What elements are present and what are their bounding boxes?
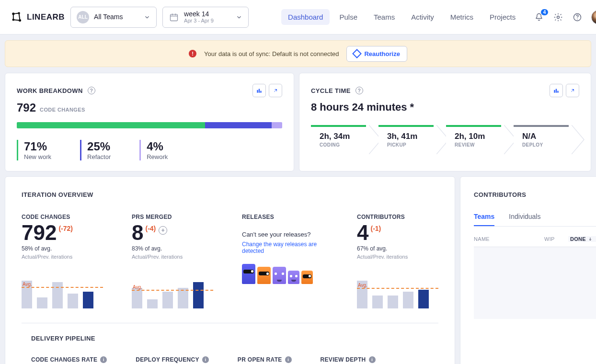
refactor-label: Refactor [87, 153, 111, 160]
gear-icon [553, 12, 563, 22]
nav-activity[interactable]: Activity [404, 9, 441, 25]
col-done[interactable]: DONE [568, 236, 596, 242]
svg-point-12 [557, 16, 560, 18]
nav-projects[interactable]: Projects [483, 9, 522, 25]
chart-icon-button[interactable] [252, 84, 266, 97]
refactor-pct: 25% [87, 140, 111, 153]
svg-line-7 [19, 13, 20, 20]
spark-code-changes: Avg. [22, 271, 103, 308]
svg-line-6 [13, 20, 20, 20]
spark-prs-merged: Avg. [132, 271, 213, 308]
team-filter[interactable]: ALL All Teams [70, 7, 157, 28]
stage-deploy: N/A DEPLOY [514, 125, 579, 154]
contributors-title: CONTRIBUTORS [474, 191, 596, 198]
sync-banner: ! Your data is out of sync: Default is n… [5, 40, 591, 67]
contributors-table: NAME WIP DONE REVIEWS TT test team 0 0 0 [474, 231, 596, 364]
delivery-title: DELIVERY PIPELINE [31, 335, 438, 342]
releases-illustration [242, 264, 328, 284]
period-range: Apr 3 - Apr 9 [184, 18, 214, 24]
bar-newwork [17, 122, 205, 128]
info-icon[interactable]: i [100, 356, 107, 363]
period-filter[interactable]: week 14 Apr 3 - Apr 9 [162, 7, 249, 28]
chevron-down-icon [236, 14, 242, 21]
period-label: week 14 [184, 10, 214, 18]
warning-icon: ! [189, 50, 196, 57]
rework-pct: 4% [147, 140, 168, 153]
releases-link[interactable]: Change the way releases are detected [242, 241, 328, 254]
col-wip: WIP [544, 236, 568, 242]
stage-coding: 2h, 34m CODING [311, 125, 377, 154]
help-icon [573, 12, 582, 22]
metric-releases: RELEASES Can't see your releases? Change… [242, 214, 328, 308]
sort-arrow-icon [588, 237, 593, 241]
chart-icon-button[interactable] [550, 84, 563, 97]
team-chip: ALL [77, 11, 89, 23]
expand-icon-button[interactable] [269, 84, 282, 97]
nav-pulse[interactable]: Pulse [332, 9, 364, 25]
reauthorize-button[interactable]: Reauthorize [346, 46, 407, 62]
settings-button[interactable] [553, 12, 563, 23]
metric-contributors: CONTRIBUTORS 4 (-1) 67% of avg. Actual/P… [357, 214, 438, 308]
svg-rect-16 [259, 89, 260, 93]
spark-contributors: Avg. [357, 271, 438, 308]
rework-label: Rework [147, 153, 168, 160]
tab-teams[interactable]: Teams [474, 213, 494, 226]
cycle-stages: 2h, 34m CODING 3h, 41m PICKUP 2h, 10m RE… [311, 125, 579, 154]
contributors-card: CONTRIBUTORS Teams Individuals NAME WIP … [460, 176, 596, 364]
del-metric-deploy-frequency: DEPLOY FREQUENCY i [136, 356, 209, 363]
user-avatar[interactable] [591, 10, 596, 24]
metric-code-changes: CODE CHANGES 792 (-72) 58% of avg. Actua… [22, 214, 103, 308]
info-icon[interactable]: i [285, 356, 292, 363]
help-icon[interactable]: ? [355, 87, 363, 94]
delivery-pipeline-card: DELIVERY PIPELINE CODE CHANGES RATE i DE… [22, 323, 438, 363]
svg-rect-19 [556, 89, 557, 93]
code-changes-total: 792 [17, 101, 36, 114]
del-metric-pr-open-rate: PR OPEN RATE i [238, 356, 292, 363]
brand: LINEARB [11, 11, 65, 23]
nav-metrics[interactable]: Metrics [444, 9, 480, 25]
nav-teams[interactable]: Teams [367, 9, 401, 25]
plus-icon[interactable]: + [159, 226, 167, 235]
help-icon[interactable]: ? [88, 87, 95, 94]
work-breakdown-title: WORK BREAKDOWN [17, 87, 83, 94]
newwork-label: New work [24, 153, 51, 160]
bar-refactor [205, 122, 272, 128]
svg-rect-17 [260, 91, 261, 93]
work-breakdown-bar [17, 122, 282, 128]
svg-rect-15 [257, 90, 258, 93]
help-button[interactable] [572, 12, 583, 23]
metric-prs-merged: PRS MERGED 8 (-4) + 83% of avg. Actual/P… [132, 214, 213, 308]
code-changes-label: CODE CHANGES [40, 107, 85, 113]
cycle-time-card: CYCLE TIME ? 8 hours 24 minutes * 2h, 34… [299, 73, 591, 171]
brand-logo-icon [11, 11, 23, 23]
work-breakdown-card: WORK BREAKDOWN ? 792 CODE CHANGES 71% [5, 73, 294, 171]
newwork-pct: 71% [24, 140, 51, 153]
info-icon[interactable]: i [202, 356, 209, 363]
diamond-icon [353, 49, 362, 58]
bar-rework [272, 122, 282, 128]
primary-nav: Dashboard Pulse Teams Activity Metrics P… [281, 9, 522, 25]
cycle-time-value: 8 hours 24 minutes * [311, 101, 579, 114]
del-metric-review-depth: REVIEW DEPTH i [321, 356, 376, 363]
calendar-icon [169, 12, 179, 23]
notification-count: 4 [541, 9, 549, 15]
svg-point-14 [577, 18, 578, 19]
iteration-title: ITERATION OVERVIEW [22, 191, 438, 198]
stage-pickup: 3h, 41m PICKUP [378, 125, 444, 154]
tab-individuals[interactable]: Individuals [509, 213, 540, 226]
notifications-button[interactable]: 4 [534, 12, 544, 23]
svg-line-4 [13, 13, 19, 13]
svg-rect-20 [557, 91, 558, 93]
svg-rect-8 [171, 14, 178, 21]
svg-rect-18 [554, 90, 555, 93]
top-actions: 4 [534, 10, 596, 24]
cycle-time-title: CYCLE TIME [311, 87, 351, 94]
nav-dashboard[interactable]: Dashboard [281, 9, 330, 25]
expand-icon-button[interactable] [566, 84, 579, 97]
iteration-overview-card: ITERATION OVERVIEW CODE CHANGES 792 (-72… [5, 176, 455, 364]
chevron-down-icon [144, 14, 150, 21]
info-icon[interactable]: i [369, 356, 376, 363]
team-filter-label: All Teams [94, 13, 123, 21]
del-metric-code-changes-rate: CODE CHANGES RATE i [31, 356, 107, 363]
col-name: NAME [474, 236, 544, 242]
